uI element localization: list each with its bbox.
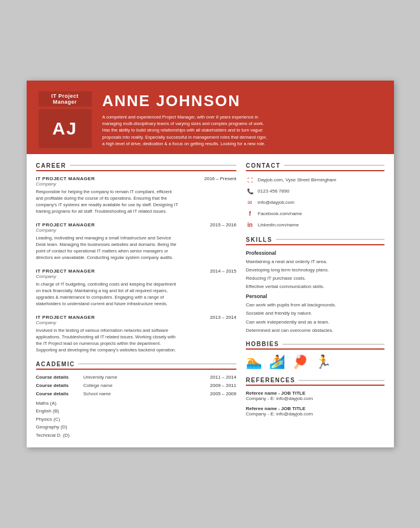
contact-linkedin: Linkedin.com/name xyxy=(258,222,299,228)
header: IT Project Manager AJ ANNE JOHNSON A com… xyxy=(27,81,394,154)
main-content: CAREER IT PROJECT MANAGER 2016 – Present… xyxy=(27,154,394,448)
reference-name: Referee name - JOB TITLE xyxy=(246,406,384,411)
hobby-tabletennis-icon: 🏓 xyxy=(292,354,308,370)
career-job-title: IT PROJECT MANAGER xyxy=(36,315,95,320)
academic-section-title: ACADEMIC xyxy=(36,361,237,370)
hobby-running-icon: 🏃 xyxy=(315,354,331,370)
contact-item: f Facebook.com/name xyxy=(246,210,384,218)
career-company: Company xyxy=(36,320,237,325)
phone-icon: 📞 xyxy=(246,187,254,196)
career-desc: In charge of IT budgeting, controlling c… xyxy=(36,281,237,308)
academic-dates: 2005 – 2009 xyxy=(210,391,237,396)
career-item: IT PROJECT MANAGER 2013 – 2014 Company I… xyxy=(36,315,237,354)
skills-personal-label: Personal xyxy=(246,293,384,299)
career-section-title: CAREER xyxy=(36,162,237,171)
skill-item: Can work with pupils from all background… xyxy=(246,302,384,308)
contact-address: Dayjob.com, Vyse Street Birmingham xyxy=(258,177,336,183)
job-title-bar: IT Project Manager xyxy=(39,91,92,107)
header-name: ANNE JOHNSON xyxy=(102,92,382,110)
career-dates: 2016 – Present xyxy=(204,176,236,181)
skills-professional-label: Professional xyxy=(246,250,384,256)
left-column: CAREER IT PROJECT MANAGER 2016 – Present… xyxy=(36,162,237,440)
reference-company: Company - E: info@dayjob.com xyxy=(246,411,384,417)
contact-item: 📞 0123 456 7890 xyxy=(246,187,384,196)
reference-item: Referee name - JOB TITLE Company - E: in… xyxy=(246,391,384,401)
career-dates: 2015 – 2016 xyxy=(210,222,237,228)
career-item: IT PROJECT MANAGER 2014 – 2015 Company I… xyxy=(36,268,237,308)
career-dates: 2014 – 2015 xyxy=(210,268,237,274)
avatar-block: IT Project Manager AJ xyxy=(39,91,92,148)
skill-item: Sociable and friendly by nature. xyxy=(246,310,384,316)
career-job-title: IT PROJECT MANAGER xyxy=(36,222,95,228)
contact-item: ✉ info@dayjob.com xyxy=(246,199,384,207)
skill-item: Developing long term technology plans. xyxy=(246,267,384,273)
right-column: CONTACT ⛶ Dayjob.com, Vyse Street Birmin… xyxy=(246,162,384,440)
linkedin-icon: in xyxy=(246,221,254,229)
career-company: Company xyxy=(36,228,237,233)
career-desc: Involved in the testing of various infor… xyxy=(36,327,237,354)
reference-item: Referee name - JOB TITLE Company - E: in… xyxy=(246,406,384,417)
career-header: IT PROJECT MANAGER 2016 – Present xyxy=(36,176,237,181)
career-company: Company xyxy=(36,181,237,187)
academic-name: University name xyxy=(84,375,210,380)
map-icon: ⛶ xyxy=(246,176,254,184)
academic-subjects: Maths (A)English (B)Physics (C)Geography… xyxy=(36,399,237,440)
reference-name: Referee name - JOB TITLE xyxy=(246,391,384,396)
career-job-title: IT PROJECT MANAGER xyxy=(36,176,95,181)
academic-row: Course details School name 2005 – 2009 xyxy=(36,391,237,396)
career-company: Company xyxy=(36,274,237,279)
career-header: IT PROJECT MANAGER 2013 – 2014 xyxy=(36,315,237,320)
contact-item: in Linkedin.com/name xyxy=(246,221,384,229)
hobbies-icons: 🏊 🏄 🏓 🏃 xyxy=(246,354,384,370)
skill-item: Maintaining a neat and orderly IT area. xyxy=(246,258,384,265)
skill-item: Determined and can overcome obstacles. xyxy=(246,327,384,334)
academic-row: Course details College name 2009 – 2011 xyxy=(36,383,237,388)
contact-facebook: Facebook.com/name xyxy=(258,211,302,216)
reference-company: Company - E: info@dayjob.com xyxy=(246,396,384,401)
hobbies-section-title: HOBBIES xyxy=(246,341,384,350)
contact-item: ⛶ Dayjob.com, Vyse Street Birmingham xyxy=(246,176,384,184)
career-desc: Leading, motivating and managing a small… xyxy=(36,235,237,261)
contact-phone: 0123 456 7890 xyxy=(258,188,289,194)
career-desc: Responsible for helping the company to r… xyxy=(36,188,237,215)
academic-name: College name xyxy=(84,383,210,388)
contact-section-title: CONTACT xyxy=(246,162,384,171)
academic-dates: 2009 – 2011 xyxy=(210,383,237,388)
avatar-initials: AJ xyxy=(39,109,92,148)
academic-course: Course details xyxy=(36,383,84,388)
academic-course: Course details xyxy=(36,375,84,380)
email-icon: ✉ xyxy=(246,199,254,207)
career-item: IT PROJECT MANAGER 2016 – Present Compan… xyxy=(36,176,237,215)
references-section-title: REFERENCES xyxy=(246,377,384,386)
career-dates: 2013 – 2014 xyxy=(210,315,237,320)
academic-course: Course details xyxy=(36,391,84,396)
academic-name: School name xyxy=(84,391,210,396)
facebook-icon: f xyxy=(246,210,254,218)
career-job-title: IT PROJECT MANAGER xyxy=(36,268,95,274)
academic-dates: 2011 – 2014 xyxy=(210,375,237,380)
career-item: IT PROJECT MANAGER 2015 – 2016 Company L… xyxy=(36,222,237,261)
hobby-swimming-icon: 🏊 xyxy=(246,354,262,370)
hobby-surfing-icon: 🏄 xyxy=(269,354,285,370)
header-name-block: ANNE JOHNSON A competent and experienced… xyxy=(102,92,382,147)
career-header: IT PROJECT MANAGER 2015 – 2016 xyxy=(36,222,237,228)
skill-item: Can work independently and as a team. xyxy=(246,319,384,325)
skill-item: Effective verbal communication skills. xyxy=(246,283,384,290)
skill-item: Reducing IT purchase costs. xyxy=(246,275,384,281)
career-header: IT PROJECT MANAGER 2014 – 2015 xyxy=(36,268,237,274)
header-summary: A competent and experienced Project Mana… xyxy=(102,114,382,147)
resume-page: IT Project Manager AJ ANNE JOHNSON A com… xyxy=(27,81,394,448)
contact-email: info@dayjob.com xyxy=(258,200,294,205)
skills-section-title: SKILLS xyxy=(246,236,384,245)
academic-row: Course details University name 2011 – 20… xyxy=(36,375,237,380)
